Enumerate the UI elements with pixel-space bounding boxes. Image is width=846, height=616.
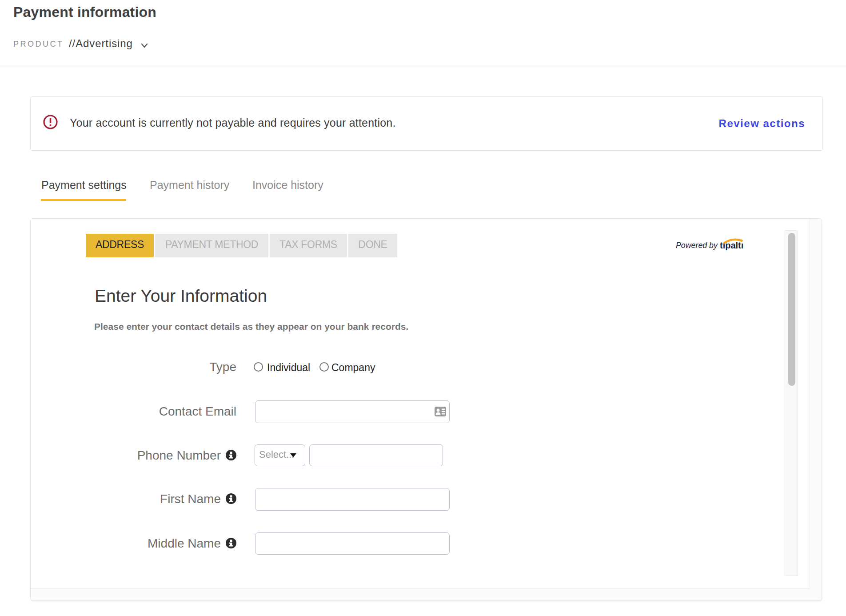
svg-text:tıpaltı: tıpaltı	[720, 240, 743, 250]
